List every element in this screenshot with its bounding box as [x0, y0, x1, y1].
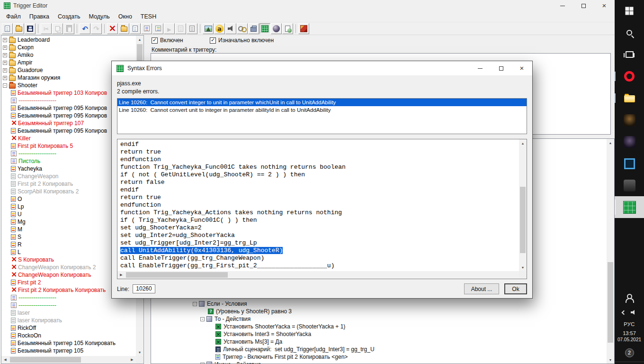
tree-item[interactable]: Безымянный триггер 105: [1, 347, 136, 355]
sound-editor-button[interactable]: [225, 23, 236, 34]
app-taskbar-button-2[interactable]: [615, 131, 644, 153]
tree-expander[interactable]: +: [3, 38, 7, 42]
app-taskbar-button-4[interactable]: [615, 174, 644, 196]
code-vertical-scrollbar[interactable]: ▲ ▼: [519, 139, 527, 271]
action-expander[interactable]: -: [200, 317, 205, 321]
cut-button[interactable]: [41, 23, 52, 34]
action-item[interactable]: Триггер - Включить First pit 2 Копироват…: [151, 353, 607, 361]
actions-vertical-scrollbar[interactable]: ▲ ▼: [607, 139, 614, 364]
enabled-checkbox[interactable]: ✓: [152, 37, 158, 44]
notification-center-button[interactable]: 2: [615, 344, 644, 362]
save-button[interactable]: [25, 23, 36, 34]
code-horizontal-scrollbar[interactable]: ◀ ▶: [117, 271, 519, 279]
dialog-maximize-button[interactable]: [491, 61, 511, 75]
scroll-down-button[interactable]: ▼: [519, 264, 527, 271]
scroll-up-button[interactable]: ▲: [519, 139, 527, 147]
menu-item[interactable]: Модуль: [84, 12, 114, 21]
start-button[interactable]: [615, 0, 644, 22]
dialog-minimize-button[interactable]: [470, 61, 491, 75]
scroll-thumb[interactable]: [126, 272, 228, 278]
new-button[interactable]: [2, 23, 13, 34]
ok-button[interactable]: Ok: [504, 283, 527, 294]
scroll-up-button[interactable]: ▲: [607, 139, 614, 146]
tree-horizontal-scrollbar[interactable]: ◀ ▶: [1, 356, 136, 364]
menu-item[interactable]: TESH: [136, 12, 161, 21]
tree-item[interactable]: --------------------: [1, 301, 136, 309]
error-item[interactable]: Line 10260: Cannot convert unit to integ…: [117, 106, 527, 114]
campaign-editor-button[interactable]: [282, 23, 293, 34]
hidden-icons-chevron[interactable]: [621, 310, 626, 315]
new-category-button[interactable]: [118, 23, 129, 34]
tree-expander[interactable]: -: [3, 83, 7, 88]
new-trigger-button[interactable]: [130, 23, 141, 34]
new-comment-button[interactable]: [141, 23, 152, 34]
app-taskbar-button-3[interactable]: [615, 153, 644, 174]
new-event-button[interactable]: [152, 23, 163, 34]
people-button[interactable]: [615, 290, 644, 306]
tree-item[interactable]: laser: [1, 309, 136, 317]
terrain-editor-button[interactable]: [203, 23, 214, 34]
tree-item[interactable]: + Amiko: [1, 51, 136, 59]
action-expander[interactable]: -: [193, 302, 197, 306]
initially-enabled-checkbox[interactable]: ✓: [210, 37, 216, 44]
menu-item[interactable]: Окно: [114, 12, 136, 21]
opera-taskbar-button[interactable]: [615, 65, 644, 87]
action-item[interactable]: Установить Ms[3] = Да: [151, 338, 607, 346]
clock[interactable]: 13:57 07.05.2021: [617, 329, 641, 344]
scroll-thumb[interactable]: [10, 357, 81, 363]
error-item[interactable]: Line 10260: Cannot convert integer to un…: [117, 99, 527, 106]
action-item[interactable]: Установить Inter3 = ShooterYacka: [151, 330, 607, 338]
volume-icon[interactable]: [631, 309, 637, 315]
object-manager-button[interactable]: [237, 23, 248, 34]
scroll-right-button[interactable]: ▶: [117, 271, 125, 279]
about-button[interactable]: About ...: [464, 283, 499, 294]
redo-button[interactable]: [91, 23, 102, 34]
trigger-editor-button[interactable]: [259, 23, 270, 34]
tree-item[interactable]: + Скорп: [1, 44, 136, 51]
open-button[interactable]: [13, 23, 24, 34]
tree-item[interactable]: laser Копировать: [1, 317, 136, 324]
menu-item[interactable]: Создать: [54, 12, 85, 21]
show-desktop-button[interactable]: [615, 362, 644, 364]
line-number-input[interactable]: 10260: [133, 284, 155, 293]
scroll-down-button[interactable]: ▼: [607, 356, 614, 364]
scroll-right-button[interactable]: ▶: [128, 356, 136, 364]
language-indicator[interactable]: РУС: [624, 319, 635, 329]
tree-expander[interactable]: +: [3, 76, 7, 80]
dialog-close-button[interactable]: [511, 61, 532, 75]
tree-item[interactable]: RockoOn: [1, 332, 136, 339]
tree-expander[interactable]: +: [3, 61, 7, 65]
paste-button[interactable]: [63, 23, 74, 34]
action-item[interactable]: (Уровень у ShooteR) равно 3: [151, 308, 607, 315]
menu-item[interactable]: Файл: [2, 12, 25, 21]
action-item[interactable]: - Если - Условия: [151, 300, 607, 308]
action-item[interactable]: - То - Действия: [151, 315, 607, 323]
explorer-taskbar-button[interactable]: [615, 87, 644, 109]
task-view-button[interactable]: [615, 44, 644, 65]
app-taskbar-button-1[interactable]: [615, 109, 644, 131]
menu-item[interactable]: Правка: [25, 12, 54, 21]
maximize-button[interactable]: [573, 0, 594, 11]
ai-editor-button[interactable]: [271, 23, 282, 34]
syntax-check-button[interactable]: [187, 23, 197, 34]
tree-expander[interactable]: +: [3, 53, 7, 57]
action-expander[interactable]: -: [200, 363, 205, 364]
action-item[interactable]: Личный сценарий: set udg_Trigger[udg_Int…: [151, 346, 607, 353]
scroll-down-button[interactable]: ▼: [136, 348, 143, 356]
tree-item[interactable]: Безымянный триггер 105 Копировать: [1, 339, 136, 347]
scroll-thumb[interactable]: [608, 262, 613, 343]
action-item[interactable]: Установить ShooterYacka = (ShooterYacka …: [151, 323, 607, 330]
tree-item[interactable]: + Leaderboard: [1, 36, 136, 44]
copy-button[interactable]: [52, 23, 63, 34]
minimize-button[interactable]: [552, 0, 573, 11]
action-item[interactable]: - Иначе - Действия: [151, 361, 607, 364]
world-editor-taskbar-button[interactable]: [615, 196, 644, 218]
tree-expander[interactable]: +: [3, 46, 7, 50]
tree-expander[interactable]: +: [3, 68, 7, 73]
close-button[interactable]: [594, 0, 615, 11]
scroll-up-button[interactable]: ▲: [136, 36, 143, 43]
import-manager-button[interactable]: [248, 23, 259, 34]
run-trigger-button[interactable]: [164, 23, 175, 34]
tree-item[interactable]: RickOff: [1, 324, 136, 332]
script-view[interactable]: endif return true endfunction function T…: [117, 139, 527, 279]
